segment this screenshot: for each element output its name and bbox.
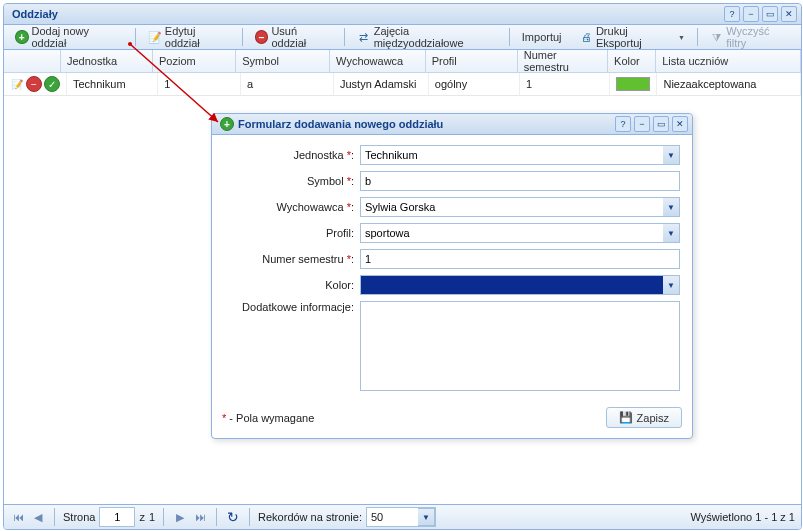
accept-row-icon[interactable]: ✓ (44, 76, 60, 92)
row-symbol: Symbol *: (224, 171, 680, 191)
page-of: z (139, 511, 145, 523)
printer-icon: 🖨 (580, 30, 593, 44)
chevron-down-icon[interactable]: ▼ (663, 223, 680, 243)
clear-filters-button[interactable]: ⧩ Wyczyść filtry (703, 22, 797, 52)
separator (135, 28, 136, 46)
col-lista[interactable]: Lista uczniów (656, 50, 801, 73)
cell-symbol: a (241, 73, 334, 96)
col-jednostka[interactable]: Jednostka (61, 50, 153, 73)
chevron-down-icon[interactable]: ▼ (663, 275, 680, 295)
pager: ⏮ ◀ Strona z 1 ▶ ⏭ ↻ Rekordów na stronie… (4, 504, 801, 529)
first-page-button[interactable]: ⏮ (10, 509, 26, 525)
import-button[interactable]: Importuj (515, 28, 569, 46)
dialog-title: Formularz dodawania nowego oddziału (234, 118, 615, 130)
page-input[interactable] (99, 507, 135, 527)
col-kolor[interactable]: Kolor (608, 50, 656, 73)
grid-header: Jednostka Poziom Symbol Wychowawca Profi… (4, 50, 801, 73)
chevron-down-icon[interactable]: ▼ (663, 145, 680, 165)
print-export-button[interactable]: 🖨 Drukuj Eksportuj ▼ (573, 22, 692, 52)
edit-page-icon: 📝 (148, 30, 162, 44)
label-profil: Profil: (224, 227, 354, 239)
edit-button[interactable]: 📝 Edytuj oddział (141, 22, 237, 52)
cell-wychowawca: Justyn Adamski (334, 73, 429, 96)
save-label: Zapisz (637, 412, 669, 424)
records-value: 50 (371, 511, 383, 523)
symbol-input[interactable] (360, 171, 680, 191)
minus-icon: − (639, 119, 644, 129)
color-swatch (616, 77, 650, 91)
window-title: Oddziały (8, 8, 724, 20)
restore-button[interactable]: ▭ (762, 6, 778, 22)
save-button[interactable]: 💾 Zapisz (606, 407, 682, 428)
col-poziom[interactable]: Poziom (153, 50, 236, 73)
label-semestr: Numer semestru *: (224, 253, 354, 265)
delete-button[interactable]: − Usuń oddział (248, 22, 339, 52)
grid: Jednostka Poziom Symbol Wychowawca Profi… (4, 50, 801, 96)
field-symbol (360, 171, 680, 191)
edit-row-icon[interactable]: 📝 (10, 77, 24, 91)
refresh-button[interactable]: ↻ (225, 509, 241, 525)
next-page-button[interactable]: ▶ (172, 509, 188, 525)
delete-label: Usuń oddział (271, 25, 332, 49)
dialog-body: Jednostka *: ▼ Symbol *: Wychowawca *: ▼ (212, 135, 692, 401)
funnel-icon: ⧩ (710, 30, 723, 44)
last-page-button[interactable]: ⏭ (192, 509, 208, 525)
window-tools: ? − ▭ ✕ (724, 6, 797, 22)
row-semestr: Numer semestru *: (224, 249, 680, 269)
help-button[interactable]: ? (724, 6, 740, 22)
row-dodatkowe: Dodatkowe informacje: (224, 301, 680, 393)
col-profil[interactable]: Profil (426, 50, 518, 73)
chevron-down-icon: ▼ (678, 34, 685, 41)
swap-icon: ⇄ (357, 30, 370, 44)
minus-circle-icon: − (255, 30, 268, 44)
plus-circle-icon: + (15, 30, 29, 44)
close-button[interactable]: ✕ (781, 6, 797, 22)
prev-page-button[interactable]: ◀ (30, 509, 46, 525)
records-per-page-combo[interactable]: 50 ▼ (366, 507, 436, 527)
separator (509, 28, 510, 46)
cell-kolor (610, 73, 658, 96)
kolor-combo[interactable] (360, 275, 680, 295)
help-button[interactable]: ? (615, 116, 631, 132)
pager-summary: Wyświetlono 1 - 1 z 1 (691, 511, 795, 523)
col-actions (4, 50, 61, 73)
edit-label: Edytuj oddział (165, 25, 230, 49)
label-symbol: Symbol *: (224, 175, 354, 187)
chevron-down-icon: ▼ (418, 508, 435, 526)
separator (697, 28, 698, 46)
separator (54, 508, 55, 526)
close-button[interactable]: ✕ (672, 116, 688, 132)
disk-icon: 💾 (619, 411, 633, 424)
cell-profil: ogólny (429, 73, 520, 96)
add-button[interactable]: + Dodaj nowy oddział (8, 22, 130, 52)
field-jednostka: ▼ (360, 145, 680, 165)
row-actions: 📝 − ✓ (4, 73, 67, 96)
profil-combo[interactable] (360, 223, 680, 243)
page-total: 1 (149, 511, 155, 523)
help-icon: ? (729, 9, 734, 19)
chevron-down-icon[interactable]: ▼ (663, 197, 680, 217)
table-row[interactable]: 📝 − ✓ Technikum 1 a Justyn Adamski ogóln… (4, 73, 801, 96)
label-wychowawca: Wychowawca *: (224, 201, 354, 213)
restore-icon: ▭ (766, 9, 775, 19)
help-icon: ? (620, 119, 625, 129)
delete-row-icon[interactable]: − (26, 76, 42, 92)
col-wychowawca[interactable]: Wychowawca (330, 50, 426, 73)
dialog-tools: ? − ▭ ✕ (615, 116, 688, 132)
semestr-input[interactable] (360, 249, 680, 269)
minimize-button[interactable]: − (743, 6, 759, 22)
dodatkowe-textarea[interactable] (360, 301, 680, 391)
col-semestr[interactable]: Numer semestru (518, 50, 608, 73)
field-dodatkowe (360, 301, 680, 393)
minimize-button[interactable]: − (634, 116, 650, 132)
jednostka-combo[interactable] (360, 145, 680, 165)
separator (216, 508, 217, 526)
wychowawca-combo[interactable] (360, 197, 680, 217)
print-export-label: Drukuj Eksportuj (596, 25, 673, 49)
col-symbol[interactable]: Symbol (236, 50, 330, 73)
row-profil: Profil: ▼ (224, 223, 680, 243)
separator (249, 508, 250, 526)
add-label: Dodaj nowy oddział (32, 25, 123, 49)
restore-button[interactable]: ▭ (653, 116, 669, 132)
swap-button[interactable]: ⇄ Zajęcia międzyoddziałowe (350, 22, 504, 52)
